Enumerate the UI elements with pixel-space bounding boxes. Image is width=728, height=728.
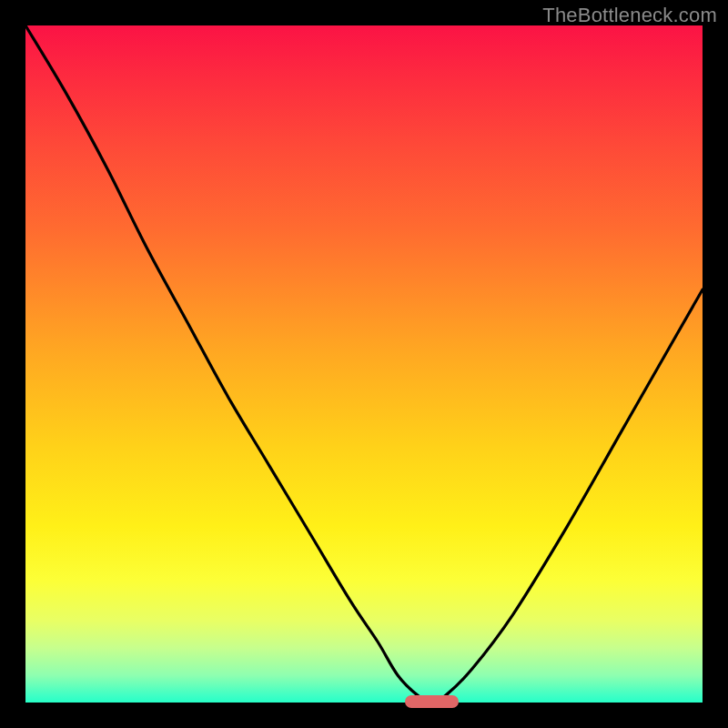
plot-area	[25, 25, 703, 703]
chart-frame: TheBottleneck.com	[0, 0, 728, 728]
bottleneck-curve	[25, 25, 703, 703]
minimum-marker	[405, 695, 460, 708]
watermark-text: TheBottleneck.com	[542, 4, 717, 27]
